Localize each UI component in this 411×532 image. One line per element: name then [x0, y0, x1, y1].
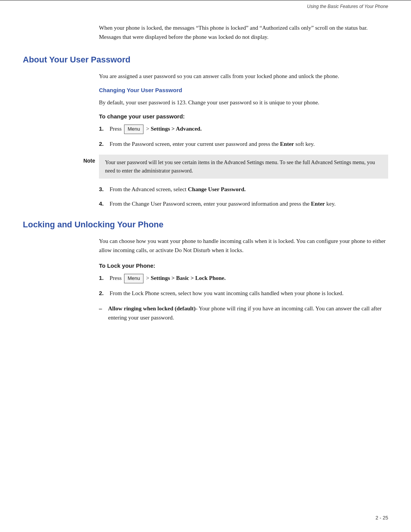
section2-title: Locking and Unlocking Your Phone — [23, 220, 388, 230]
step-2-content: From the Password screen, enter your cur… — [110, 139, 388, 149]
step-2: 2. From the Password screen, enter your … — [99, 139, 388, 149]
step-3: 3. From the Advanced screen, select Chan… — [99, 185, 388, 194]
bullet-dash: – — [99, 304, 108, 314]
note-label: Note — [61, 155, 99, 179]
steps-list-1: 1. Press Menu > Settings > Advanced. 2. … — [99, 124, 388, 149]
lock-step-2-num: 2. — [99, 289, 110, 298]
lock-step-1-num: 1. — [99, 273, 110, 283]
proc1-label: To change your user password: — [99, 113, 388, 120]
steps-list-2: 3. From the Advanced screen, select Chan… — [99, 185, 388, 208]
page: Using the Basic Features of Your Phone W… — [0, 0, 411, 532]
step-4-content: From the Change User Password screen, en… — [110, 199, 388, 208]
step-1: 1. Press Menu > Settings > Advanced. — [99, 124, 388, 134]
section1-body1: You are assigned a user password so you … — [99, 72, 388, 81]
note-box: Your user password will let you see cert… — [99, 155, 388, 179]
lock-step-1-content: Press Menu > Settings > Basic > Lock Pho… — [110, 273, 388, 283]
step-1-content: Press Menu > Settings > Advanced. — [110, 124, 388, 134]
step-4-num: 4. — [99, 199, 110, 208]
page-number: 2 - 25 — [376, 515, 388, 521]
bullet-item-1-content: Allow ringing when locked (default)- You… — [108, 304, 388, 322]
header-text: Using the Basic Features of Your Phone — [307, 4, 388, 9]
steps-list-3: 1. Press Menu > Settings > Basic > Lock … — [99, 273, 388, 298]
step-4: 4. From the Change User Password screen,… — [99, 199, 388, 208]
lock-step-1: 1. Press Menu > Settings > Basic > Lock … — [99, 273, 388, 283]
page-footer: 2 - 25 — [376, 515, 388, 521]
section1-title: About Your User Password — [23, 55, 388, 65]
bullet-item-1: – Allow ringing when locked (default)- Y… — [99, 304, 388, 322]
main-content: When your phone is locked, the messages … — [0, 23, 411, 350]
menu-button-2[interactable]: Menu — [124, 274, 143, 283]
step-1-num: 1. — [99, 124, 110, 133]
step-2-num: 2. — [99, 139, 110, 149]
page-header: Using the Basic Features of Your Phone — [0, 0, 411, 12]
step-3-content: From the Advanced screen, select Change … — [110, 185, 388, 194]
subsection1-title: Changing Your User Password — [99, 87, 388, 93]
subsection1-body1: By default, your user password is 123. C… — [99, 98, 388, 107]
section2-body1: You can choose how you want your phone t… — [99, 236, 388, 255]
lock-step-2-content: From the Lock Phone screen, select how y… — [110, 289, 388, 298]
menu-button-1[interactable]: Menu — [124, 125, 143, 134]
bullet-list: – Allow ringing when locked (default)- Y… — [99, 304, 388, 322]
note-container: Note Your user password will let you see… — [61, 155, 388, 179]
proc2-label: To Lock your Phone: — [99, 262, 388, 269]
lock-step-2: 2. From the Lock Phone screen, select ho… — [99, 289, 388, 298]
step-3-num: 3. — [99, 185, 110, 194]
intro-paragraph: When your phone is locked, the messages … — [99, 23, 388, 42]
